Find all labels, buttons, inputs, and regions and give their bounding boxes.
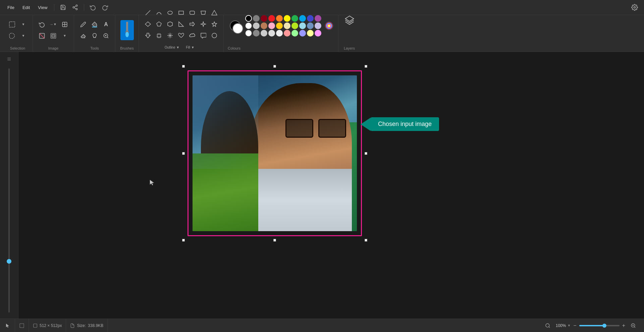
colour-white2[interactable] [245,30,252,37]
zoom-slider-thumb[interactable] [602,324,606,328]
colour-purple[interactable] [315,15,321,22]
zoom-percentage[interactable]: 100% ▼ [556,323,571,328]
rectangle-select-tool[interactable] [7,19,17,29]
shape-pentagon[interactable] [154,19,164,29]
colour-mid-gray[interactable] [253,30,260,37]
menu-file[interactable]: File [4,4,18,11]
handle-mid-left[interactable] [182,152,185,155]
shape-oval[interactable] [165,8,175,18]
redo-button[interactable] [100,2,110,13]
shape-hexagon[interactable] [165,19,175,29]
shape-speech-bubble[interactable] [198,30,208,41]
share-button[interactable] [70,2,80,13]
colour-lightgreen[interactable] [291,30,298,37]
shape-heart[interactable] [176,30,186,41]
shape-curve[interactable] [154,8,164,18]
shape-sparkle[interactable] [165,30,175,41]
opacity-slider[interactable] [8,68,10,313]
fullscreen-btn[interactable] [628,320,639,331]
zoom-out-btn[interactable]: − [573,323,576,329]
colour-orange[interactable] [276,15,283,22]
pencil-tool[interactable] [78,19,88,29]
colour-lightblue[interactable] [299,22,306,29]
image-tool-3[interactable] [60,19,70,29]
zoom-dropdown-arrow[interactable]: ▼ [567,324,571,327]
shape-outline-dropdown[interactable]: Outline ▼ [164,43,180,53]
colour-nearwhite[interactable] [276,30,283,37]
main-brush-tool[interactable] [120,20,134,40]
color-picker-tool[interactable] [90,31,100,41]
zoom-slider[interactable] [579,325,620,326]
selection-indicator[interactable] [15,319,29,332]
handle-top-center[interactable] [273,65,276,68]
layers-btn[interactable] [344,15,355,25]
colour-red[interactable] [268,15,275,22]
shape-starburst[interactable] [154,30,164,41]
handle-top-left[interactable] [182,65,185,68]
shape-right-triangle[interactable] [176,19,186,29]
image-dropdown[interactable]: ▼ [60,31,70,41]
colour-brown[interactable] [261,22,267,29]
shape-diamond[interactable] [143,19,153,29]
zoom-in-btn[interactable]: + [622,323,625,329]
menu-view[interactable]: View [35,4,51,11]
colour-yellow[interactable] [284,15,290,22]
menu-edit[interactable]: Edit [19,4,33,11]
fit-view-btn[interactable] [542,320,553,331]
colour-pink[interactable] [268,22,275,29]
handle-mid-right[interactable] [365,152,367,155]
colour-white[interactable] [245,22,252,29]
colour-lightgray2[interactable] [261,30,267,37]
cursor-tool[interactable] [5,319,15,332]
background-color[interactable] [232,23,243,34]
save-button[interactable] [58,2,68,13]
fill-tool[interactable] [90,19,100,29]
colour-black[interactable] [245,15,252,22]
handle-bottom-left[interactable] [182,239,185,242]
colour-lavender[interactable] [315,22,321,29]
shape-rounded-rect[interactable] [187,8,197,18]
settings-button[interactable] [629,2,640,13]
shape-triangle[interactable] [209,8,219,18]
shape-arrow-right[interactable] [187,19,197,29]
shape-trapezoid[interactable] [198,8,208,18]
shape-line[interactable] [143,8,153,18]
colour-gold[interactable] [276,22,283,29]
colour-silver[interactable] [268,30,275,37]
eraser-tool[interactable] [78,31,88,41]
rotate-tool[interactable] [37,19,47,29]
colour-gray[interactable] [253,15,260,22]
handle-top-right[interactable] [365,65,367,68]
colour-lime[interactable] [291,22,298,29]
shape-cloud[interactable] [187,30,197,41]
colour-lightyellow[interactable] [307,30,314,37]
colour-lightpurple[interactable] [299,30,306,37]
shape-fill-dropdown[interactable]: Fill ▼ [182,43,199,53]
shape-rect[interactable] [176,8,186,18]
color-spectrum-btn[interactable] [324,21,334,31]
flip-tool[interactable]: ↔▼ [48,19,58,29]
undo-button[interactable] [88,2,98,13]
colour-green[interactable] [291,15,298,22]
zoom-tool[interactable] [101,31,111,41]
colour-blue[interactable] [299,15,306,22]
select-color-tool[interactable] [48,31,58,41]
freeform-select-tool[interactable] [7,31,17,41]
select-dropdown[interactable]: ▼ [18,19,29,29]
colour-lightred[interactable] [284,30,290,37]
colour-indigo[interactable] [307,15,314,22]
opacity-slider-thumb[interactable] [7,259,11,264]
text-tool[interactable]: A [101,19,111,29]
colour-steelblue[interactable] [307,22,314,29]
shape-star5[interactable] [209,19,219,29]
colour-lightgray[interactable] [253,22,260,29]
erase-bg-tool[interactable] [37,31,47,41]
freeform-dropdown[interactable]: ▼ [18,31,29,41]
shape-oval2[interactable] [209,30,219,41]
image-container[interactable] [193,75,357,231]
handle-bottom-center[interactable] [273,239,276,242]
colour-cream[interactable] [284,22,290,29]
shape-arrow-down[interactable] [143,30,153,41]
handle-bottom-right[interactable] [365,239,367,242]
shape-star4[interactable] [198,19,208,29]
